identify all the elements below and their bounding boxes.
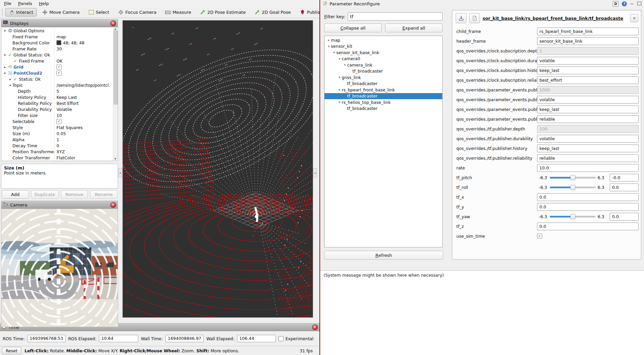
parameter-input[interactable]: 0.0 <box>537 193 639 201</box>
property-value[interactable]: 48; 48; 48 <box>63 40 84 45</box>
property-value[interactable]: Flat Squares <box>56 125 83 130</box>
displays-tree-row[interactable]: ✓Fixed FrameOK <box>1 58 113 64</box>
expander-icon[interactable]: ▸ <box>327 38 331 42</box>
time-field-value[interactable]: 1694008846.97 <box>165 335 203 342</box>
reset-button[interactable]: Reset <box>2 347 21 354</box>
parameter-checkbox[interactable]: ✓ <box>537 234 542 239</box>
scroll-down-icon[interactable]: ▼ <box>113 158 117 160</box>
parameter-input[interactable]: 0.0 <box>537 203 639 211</box>
displays-tree-row[interactable]: Position TransformerXYZ <box>1 149 113 155</box>
parameter-input[interactable]: sensor_kit_base_link <box>537 37 639 45</box>
slider-value-input[interactable]: -0.0 <box>610 174 639 182</box>
property-checkbox[interactable]: ✓ <box>56 65 62 70</box>
parameter-input[interactable]: 0.0 <box>537 223 639 230</box>
displays-tree-row[interactable]: Reliability PolicyBest Effort <box>1 100 113 106</box>
displays-tree-row[interactable]: Selectable✓ <box>1 118 113 124</box>
node-tree-item[interactable]: tf_broadcaster <box>325 68 442 75</box>
property-value[interactable]: 1 <box>56 137 59 142</box>
parameter-input[interactable]: 10.0 <box>537 164 639 172</box>
parameter-input[interactable]: best_effort <box>537 76 639 84</box>
splitter-collapse-right-icon[interactable]: ◂ <box>313 168 317 178</box>
filter-key-input[interactable] <box>348 12 443 21</box>
displays-tree-row[interactable]: ▾✓Global Status: Ok <box>1 52 113 58</box>
parameter-input[interactable]: rs_bpearl_front_base_link <box>537 28 639 35</box>
property-value[interactable]: 30 <box>56 46 62 51</box>
property-value[interactable]: OK <box>56 58 63 64</box>
parameter-input[interactable]: reliable <box>537 115 639 123</box>
expander-icon[interactable]: ▾ <box>3 29 7 33</box>
menu-item-help[interactable]: Help <box>39 1 49 6</box>
time-field-value[interactable]: 10.64 <box>99 335 138 342</box>
add-button[interactable]: Add <box>2 190 29 199</box>
load-params-button[interactable] <box>469 13 480 23</box>
expander-icon[interactable]: ▸ <box>3 65 7 69</box>
node-tree-item[interactable]: ▾sensor_kit <box>325 43 442 50</box>
card-close-button[interactable]: ✕ <box>630 14 638 22</box>
toolbar-grip[interactable] <box>2 9 3 16</box>
node-tree-item[interactable]: ▾camera_link <box>325 62 442 68</box>
displays-tree-row[interactable]: ▸Grid✓ <box>1 64 113 70</box>
node-tree-item[interactable]: ▾gnss_link <box>325 74 442 81</box>
parameter-input[interactable]: volatile <box>537 135 639 143</box>
slider-handle[interactable] <box>570 185 575 190</box>
displays-tree-row[interactable]: ▾Global Options <box>1 28 113 34</box>
parameter-input[interactable]: volatile <box>537 57 639 65</box>
displays-tree-row[interactable]: StyleFlat Squares <box>1 124 113 130</box>
tool-focus-camera[interactable]: Focus Camera <box>115 8 160 16</box>
slider-handle[interactable] <box>570 175 575 180</box>
parameter-input[interactable]: keep_last <box>537 67 639 74</box>
node-tree-item[interactable]: ▾rs_helios_top_base_link <box>325 99 442 106</box>
help-button[interactable]: ? <box>622 1 627 6</box>
scroll-up-icon[interactable]: ▲ <box>113 28 117 30</box>
displays-tree-row[interactable]: Depth5 <box>1 88 113 94</box>
displays-tree-row[interactable]: Fixed Framemap <box>1 34 113 40</box>
displays-tree-row[interactable]: Alpha1 <box>1 136 113 143</box>
node-tree-item[interactable]: ▾camera0 <box>325 56 442 62</box>
tool-interact[interactable]: Interact <box>5 8 37 16</box>
expand-all-button[interactable]: Expand all <box>385 24 443 32</box>
property-value[interactable]: Best Effort <box>56 101 79 106</box>
tool-measure[interactable]: Measure <box>162 8 194 16</box>
expander-icon[interactable]: ▾ <box>332 51 336 54</box>
camera-close-button[interactable]: ✕ <box>110 202 116 208</box>
displays-tree-row[interactable]: Background Color48; 48; 48 <box>1 40 113 46</box>
displays-tree-row[interactable]: ▸✓Status: Ok <box>1 76 113 82</box>
tool-select[interactable]: Select <box>85 8 113 16</box>
expander-icon[interactable]: ▾ <box>327 45 331 48</box>
expander-icon[interactable]: ▾ <box>3 71 7 75</box>
property-value[interactable]: FlatColor <box>56 155 75 160</box>
displays-scrollbar[interactable]: ▲ ▼ <box>113 27 118 161</box>
parameter-input[interactable]: keep_last <box>537 145 639 152</box>
slider-value-input[interactable]: 0.0 <box>610 184 639 191</box>
tool-2d-goal-pose[interactable]: 2D Goal Pose <box>251 8 294 16</box>
property-value[interactable]: 5 <box>56 89 59 94</box>
parameter-slider[interactable] <box>550 177 596 179</box>
expander-icon[interactable]: ▾ <box>3 53 7 57</box>
expander-icon[interactable]: ▾ <box>337 76 342 79</box>
displays-tree-row[interactable]: ▾PointCloud2✓ <box>1 70 113 76</box>
parameter-input[interactable]: reliable <box>537 154 639 162</box>
save-params-button[interactable] <box>456 13 466 23</box>
property-value[interactable]: Volatile <box>56 107 72 112</box>
splitter-collapse-left-icon[interactable]: ◂ <box>118 168 122 178</box>
letter-d-button[interactable]: D <box>613 1 618 7</box>
scrollbar-thumb[interactable] <box>114 31 118 105</box>
node-tree-item[interactable]: tf_broadcaster <box>325 81 442 87</box>
expander-icon[interactable]: ▾ <box>337 88 342 91</box>
displays-tree-row[interactable]: Size (m)0.05 <box>1 130 113 136</box>
maximize-button[interactable] <box>637 1 641 6</box>
experimental-checkbox[interactable] <box>278 336 283 341</box>
property-checkbox[interactable]: ✓ <box>56 71 62 76</box>
parameter-input[interactable]: volatile <box>537 96 639 104</box>
displays-tree-row[interactable]: Frame Rate30 <box>1 46 113 52</box>
parameter-slider[interactable] <box>550 216 596 218</box>
collapse-all-button[interactable]: Collapse all <box>324 24 382 32</box>
minimize-button[interactable]: − <box>630 1 634 6</box>
splitter-handle[interactable]: ······ <box>1 161 118 164</box>
expander-icon[interactable]: ▸ <box>8 77 12 81</box>
expander-icon[interactable]: ▾ <box>337 57 342 61</box>
displays-tree-row[interactable]: Durability PolicyVolatile <box>1 106 113 112</box>
property-value[interactable]: XYZ <box>56 149 65 154</box>
displays-tree-row[interactable]: ▾Topic/sensing/lidar/top/pointcl. <box>1 82 113 88</box>
property-value[interactable]: /sensing/lidar/top/pointcl. <box>56 83 110 88</box>
